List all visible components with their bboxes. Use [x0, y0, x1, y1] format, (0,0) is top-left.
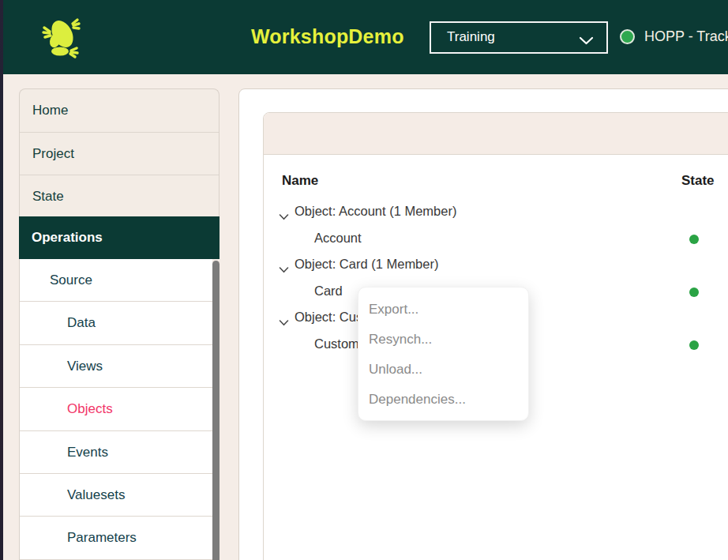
menu-item-dependencies[interactable]: Dependencies...	[358, 385, 528, 415]
column-header-state: State	[681, 173, 715, 189]
app-title: WorkshopDemo	[251, 25, 404, 48]
chevron-down-icon[interactable]	[279, 209, 289, 224]
tree-group-account[interactable]: Object: Account (1 Member)	[264, 199, 728, 226]
tree-group-card[interactable]: Object: Card (1 Member)	[264, 252, 728, 279]
menu-item-resynch[interactable]: Resynch...	[358, 325, 528, 355]
column-header-name: Name	[282, 173, 318, 189]
connection-status-label: HOPP - Track 2	[644, 28, 728, 45]
context-menu: Export... Resynch... Unload... Dependenc…	[358, 287, 529, 421]
tree-member-label: Card	[314, 284, 343, 299]
desktop-edge-strip	[0, 0, 3, 560]
sidebar-item-home[interactable]: Home	[20, 89, 219, 132]
chevron-down-icon[interactable]	[279, 262, 289, 276]
sidebar-item-state[interactable]: State	[20, 175, 219, 217]
app-window: WorkshopDemo Training HOPP - Track 2 Hom…	[0, 0, 728, 560]
tree-group-label: Object: Card (1 Member)	[295, 257, 438, 272]
sidebar-submenu: Source Data Views Objects Events Valuese…	[19, 259, 212, 560]
objects-card-toolbar	[264, 113, 728, 155]
sidebar-item-parameters[interactable]: Parameters	[20, 517, 212, 559]
sidebar-scrollbar[interactable]	[212, 261, 220, 560]
menu-item-unload[interactable]: Unload...	[358, 355, 528, 385]
sidebar-item-source[interactable]: Source	[20, 259, 212, 302]
chevron-down-icon[interactable]	[279, 315, 289, 329]
sidebar-item-valuesets[interactable]: Valuesets	[20, 474, 212, 517]
state-green-dot-icon	[689, 288, 699, 297]
app-header: WorkshopDemo Training HOPP - Track 2	[3, 0, 728, 74]
sidebar-item-data[interactable]: Data	[20, 302, 212, 344]
sidebar-item-operations[interactable]: Operations	[19, 216, 220, 259]
tree-group-label: Object: Account (1 Member)	[295, 204, 456, 219]
chevron-down-icon	[579, 34, 594, 48]
frog-logo-icon[interactable]	[38, 13, 84, 61]
state-green-dot-icon	[689, 235, 699, 244]
environment-select[interactable]: Training	[430, 21, 608, 54]
sidebar-item-project[interactable]: Project	[20, 132, 219, 175]
sidebar-item-views[interactable]: Views	[20, 345, 212, 388]
connection-status-icon	[620, 29, 635, 44]
menu-item-export[interactable]: Export...	[358, 295, 528, 325]
sidebar-nav: Home Project State	[19, 88, 220, 217]
tree-member-account[interactable]: Account	[264, 226, 728, 253]
environment-select-value: Training	[447, 29, 495, 45]
tree-member-label: Account	[314, 231, 362, 246]
state-green-dot-icon	[689, 340, 699, 350]
sidebar-item-events[interactable]: Events	[20, 431, 212, 474]
sidebar-item-objects[interactable]: Objects	[20, 388, 212, 430]
